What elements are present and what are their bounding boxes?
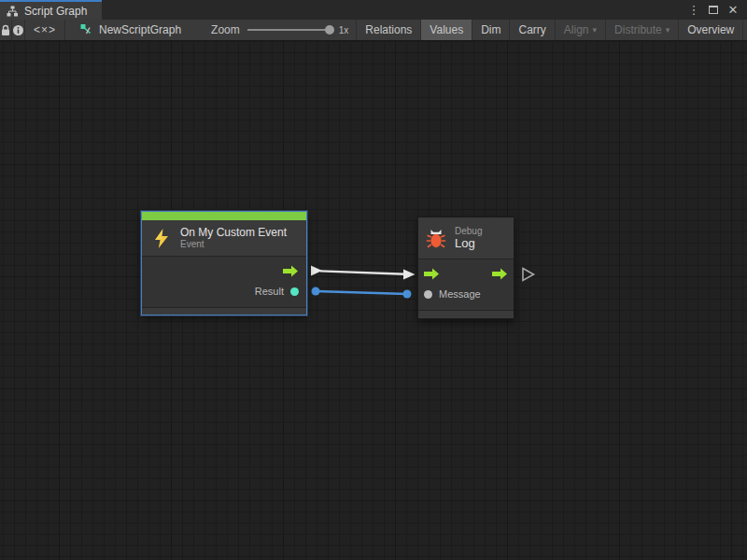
event-node-footer [142,307,306,315]
zoom-control: Zoom 1x [211,20,348,40]
node-debug-log[interactable]: Debug Log Message [417,217,514,319]
event-node-color-bar [142,212,306,220]
distribute-dropdown[interactable]: Distribute ▾ [606,20,679,40]
flow-connection [311,266,416,280]
window-menu-button[interactable]: ⋮ [686,3,701,18]
values-toggle[interactable]: Values [421,20,472,40]
info-icon [12,24,24,36]
graph-name-group[interactable]: NewScriptGraph [80,20,181,40]
bug-icon [426,228,446,249]
connection-wires [0,41,747,560]
info-button[interactable] [12,20,25,40]
message-port-dot[interactable] [424,290,432,299]
flow-arrow-icon [283,265,299,277]
event-node-subtitle: Event [180,239,287,250]
lock-icon [0,24,11,36]
dim-label: Dim [481,23,500,36]
log-node-title: Log [455,237,482,250]
lightning-icon [151,228,172,249]
relations-label: Relations [365,23,412,36]
angle-brackets-icon: <×> [34,23,56,36]
event-node-body: Result [142,256,306,307]
flow-input-arrow-icon[interactable] [424,268,440,280]
window-controls: ⋮ ✕ [686,0,747,20]
maximize-button[interactable] [706,3,721,18]
lock-button[interactable] [0,20,12,40]
event-result-output-port[interactable]: Result [142,281,306,301]
overview-button[interactable]: Overview [679,20,743,40]
result-port-dot[interactable] [290,287,299,296]
event-flow-output-port[interactable] [142,260,306,281]
carry-label: Carry [518,23,545,36]
log-node-body: Message [418,259,514,310]
log-flow-ports-row [418,263,514,284]
graph-canvas[interactable]: On My Custom Event Event Result [0,41,747,560]
event-node-title: On My Custom Event [180,226,287,239]
collapse-ports-button[interactable]: <×> [25,20,65,40]
graph-name-label: NewScriptGraph [99,23,181,36]
zoom-label: Zoom [211,23,240,36]
align-dropdown[interactable]: Align ▾ [556,20,606,40]
result-port-label: Result [255,286,284,297]
log-message-input-port[interactable]: Message [418,284,514,304]
graph-hierarchy-icon [7,6,19,17]
graph-toolbar: <×> NewScriptGraph Zoom 1x Relations Val… [0,20,747,41]
values-label: Values [430,23,463,36]
zoom-value: 1x [339,25,349,35]
toolbar-toggle-group: Relations Values Dim Carry Align ▾ Distr… [356,20,747,40]
maximize-icon [709,6,718,14]
event-node-header[interactable]: On My Custom Event Event [142,220,306,256]
distribute-label: Distribute [614,23,662,36]
flow-output-hint-icon[interactable] [523,269,534,281]
close-button[interactable]: ✕ [726,3,740,18]
carry-toggle[interactable]: Carry [510,20,555,40]
log-node-footer [418,310,514,318]
log-node-header[interactable]: Debug Log [418,217,514,259]
script-graph-asset-icon [80,23,93,36]
tab-script-graph[interactable]: Script Graph [0,0,102,20]
node-on-my-custom-event[interactable]: On My Custom Event Event Result [141,211,307,315]
close-icon: ✕ [728,3,739,17]
overview-label: Overview [687,23,734,36]
flow-output-arrow-icon[interactable] [492,268,508,280]
kebab-menu-icon: ⋮ [688,3,700,17]
value-connection [312,287,412,299]
zoom-slider[interactable] [247,29,330,31]
fullscreen-button[interactable]: Full S [743,20,747,40]
chevron-down-icon: ▾ [593,25,598,35]
window-tab-bar: Script Graph ⋮ ✕ [0,0,747,20]
message-port-label: Message [439,288,481,300]
align-label: Align [564,23,589,36]
tab-title: Script Graph [24,5,87,18]
dim-toggle[interactable]: Dim [472,20,510,40]
chevron-down-icon: ▾ [666,25,670,35]
zoom-slider-knob[interactable] [325,25,334,35]
relations-toggle[interactable]: Relations [357,20,421,40]
